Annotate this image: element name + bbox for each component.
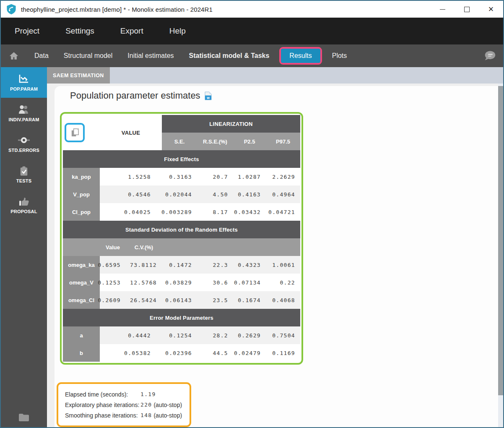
pop-param-table-highlight: VALUE LINEARIZATION S.E. R.S.E.(%) P2.5 …: [60, 112, 303, 365]
menu-help[interactable]: Help: [169, 26, 186, 36]
home-icon[interactable]: [8, 50, 19, 61]
clipboard-check-icon: [18, 165, 30, 176]
export-word-icon[interactable]: w: [205, 91, 212, 100]
close-icon: ×: [488, 5, 494, 14]
summary-label: Elapsed time (seconds):: [65, 391, 140, 398]
sidebar-item-label: POP.PARAM: [10, 86, 38, 91]
sidebar-item-pop-param[interactable]: POP.PARAM: [1, 67, 47, 98]
row-label: a: [63, 326, 100, 344]
cell-se: 0.1254: [162, 326, 197, 344]
summary-row: Elapsed time (seconds):1.19: [65, 389, 182, 399]
row-label: omega_Cl: [63, 291, 100, 309]
cell-se: 0.3163: [162, 168, 197, 185]
project-folder-button[interactable]: [1, 413, 47, 421]
window-title: theophylline_project.mlxtran [demo] * - …: [21, 6, 213, 13]
monolix-window: theophylline_project.mlxtran [demo] * - …: [0, 0, 504, 428]
cell-rse: 8.17: [197, 203, 233, 221]
cell-value: 0.4546: [100, 185, 162, 203]
svg-text:w: w: [206, 96, 210, 100]
sidebar-item-label: TESTS: [16, 178, 31, 183]
results-card: Population parameter estimates w: [55, 86, 498, 427]
row-label: ka_pop: [63, 168, 100, 185]
cell-value: 0.4442: [100, 326, 162, 344]
cell-p975: 2.2629: [266, 168, 300, 185]
cell-p975: 0.22: [266, 274, 300, 291]
summary-suffix: (auto-stop): [153, 412, 182, 419]
sidebar-item-label: PROPOSAL: [10, 209, 37, 214]
copy-table-button[interactable]: [65, 123, 85, 142]
column-header-p975: P97.5: [266, 133, 300, 150]
column-header-se: S.E.: [162, 133, 197, 150]
sidebar-item-indiv-param[interactable]: INDIV.PARAM: [1, 98, 47, 128]
cell-cv: 26.5424: [126, 291, 162, 309]
cell-value: 1.5258: [100, 168, 162, 185]
subheader-cv: C.V.(%): [126, 238, 162, 256]
pop-param-table: Fixed Effectska_pop1.52580.316320.71.028…: [63, 150, 300, 362]
table-row: Cl_pop0.040250.0032898.170.034320.04721: [63, 203, 300, 221]
summary-value: 148: [140, 412, 152, 418]
chart-decline-icon: [18, 73, 30, 84]
cell-p975: 0.4068: [266, 291, 300, 309]
row-label: Cl_pop: [63, 203, 100, 221]
sidebar-item-label: STD.ERRORS: [8, 148, 39, 153]
copy-icon: [70, 128, 79, 138]
menu-bar: Project Settings Export Help: [1, 18, 503, 44]
table-section-header: Error Model Parameters: [63, 309, 300, 326]
row-label: omega_ka: [63, 256, 100, 274]
results-main-area: SAEM ESTIMATION Population parameter est…: [47, 67, 503, 427]
menu-project[interactable]: Project: [15, 26, 39, 36]
cell-value: 0.05382: [100, 344, 162, 362]
table-header: VALUE LINEARIZATION S.E. R.S.E.(%) P2.5 …: [63, 115, 300, 150]
summary-value: 1.19: [140, 391, 156, 397]
table-section-header: Fixed Effects: [63, 150, 300, 168]
tab-saem-estimation[interactable]: SAEM ESTIMATION: [47, 67, 110, 84]
folder-icon: [18, 413, 29, 421]
cell-p975: 0.4964: [266, 185, 300, 203]
maximize-button[interactable]: [455, 1, 479, 18]
tab-statistical-model-tasks[interactable]: Statistical model & Tasks: [189, 52, 270, 60]
summary-label: Exploratory phase iterations:: [65, 402, 140, 408]
cell-rse: 20.7: [197, 168, 233, 185]
column-group-linearization: LINEARIZATION: [162, 115, 300, 133]
minimize-icon: [440, 9, 445, 10]
close-button[interactable]: ×: [479, 1, 503, 18]
table-row: b0.053820.0239644.50.024790.1169: [63, 344, 300, 362]
vertical-scrollbar[interactable]: [498, 84, 503, 427]
row-label: omega_V: [63, 274, 100, 291]
cell-rse: 22.3: [197, 256, 233, 274]
menu-settings[interactable]: Settings: [65, 26, 94, 36]
sidebar-item-proposal[interactable]: PROPOSAL: [1, 190, 47, 220]
tab-results[interactable]: Results: [281, 49, 320, 63]
monolix-logo-icon: [6, 4, 17, 15]
table-row: ka_pop1.52580.316320.71.02872.2629: [63, 168, 300, 185]
column-header-rse: R.S.E.(%): [197, 133, 233, 150]
cell-p25: 0.2629: [233, 326, 266, 344]
table-section-header: Standard Deviation of the Random Effects: [63, 221, 300, 238]
minimize-button[interactable]: [430, 1, 455, 18]
tab-initial-estimates[interactable]: Initial estimates: [127, 52, 174, 60]
people-icon: [18, 104, 30, 115]
convergence-summary-highlight: Elapsed time (seconds):1.19Exploratory p…: [57, 382, 191, 427]
table-subheader-row: ValueC.V.(%): [63, 238, 300, 256]
tab-structural-model[interactable]: Structural model: [64, 52, 113, 60]
tab-plots[interactable]: Plots: [332, 52, 347, 60]
summary-row: Smoothing phase iterations:148(auto-stop…: [65, 410, 182, 420]
maximize-icon: [464, 7, 470, 12]
tab-data[interactable]: Data: [34, 52, 49, 60]
results-sidebar: POP.PARAM INDIV.PARAM: [1, 67, 47, 427]
table-row: omega_V0.125312.57680.0382930.60.071340.…: [63, 274, 300, 291]
table-row: V_pop0.45460.020444.500.41630.4964: [63, 185, 300, 203]
title-bar: theophylline_project.mlxtran [demo] * - …: [1, 1, 503, 18]
cell-se: 0.03829: [162, 274, 197, 291]
feedback-bubble-icon[interactable]: [483, 50, 496, 61]
scrollbar-thumb[interactable]: [498, 86, 503, 395]
cell-rse: 44.5: [197, 344, 233, 362]
sidebar-item-std-errors[interactable]: STD.ERRORS: [1, 128, 47, 159]
nav-bar: Data Structural model Initial estimates …: [1, 44, 503, 67]
thumbs-up-icon: [18, 196, 30, 207]
menu-export[interactable]: Export: [120, 26, 143, 36]
cell-p975: 0.1169: [266, 344, 300, 362]
cell-cv: 73.8112: [126, 256, 162, 274]
sidebar-item-tests[interactable]: TESTS: [1, 159, 47, 190]
node-on-line-icon: [18, 135, 30, 146]
